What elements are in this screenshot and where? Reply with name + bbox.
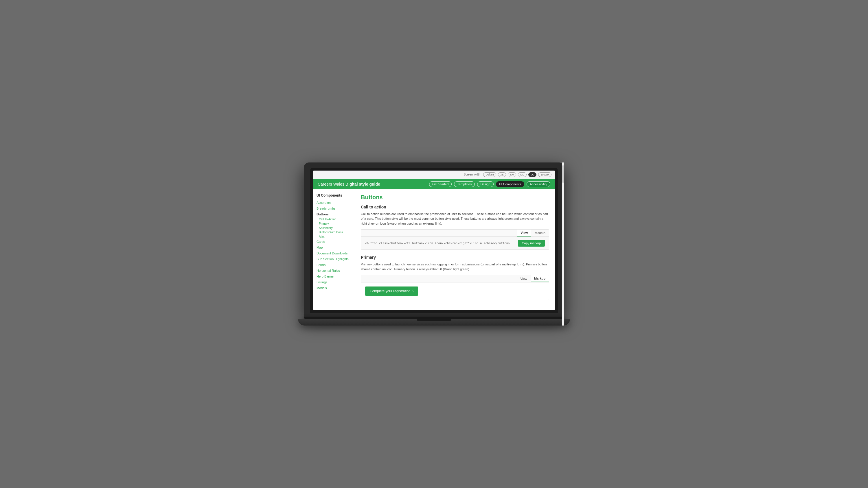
laptop-screen-frame: Screen width Default XS SM MD LG 1000px … <box>304 162 564 317</box>
sidebar-item-document-downloads[interactable]: Document Downloads <box>313 250 355 256</box>
sidebar-sub-secondary[interactable]: Secondary <box>313 226 355 230</box>
sidebar-title: UI Components <box>313 192 355 200</box>
nav-get-started[interactable]: Get Started <box>429 181 452 187</box>
content-area: UI Components Accordion Breadcrumbs Butt… <box>313 189 555 310</box>
preview-box-cta: View Markup <button class="button--cta b… <box>361 229 549 250</box>
screen-bezel: Screen width Default XS SM MD LG 1000px … <box>310 168 558 313</box>
laptop-bottom-bar <box>316 313 552 317</box>
btn-complete-registration[interactable]: Complete your registration <box>365 287 418 296</box>
sidebar-item-sub-section-highlights[interactable]: Sub Section Highlights <box>313 256 355 262</box>
size-default-button[interactable]: Default <box>483 172 496 177</box>
brand-tagline: Digital style guide <box>345 182 380 187</box>
sidebar-sub-call-to-action[interactable]: Call To Action <box>313 217 355 222</box>
brand-name: Careers Wales Digital style guide <box>318 182 380 187</box>
sidebar-sub-ajax[interactable]: Ajax <box>313 234 355 239</box>
screen: Screen width Default XS SM MD LG 1000px … <box>313 170 555 310</box>
screen-width-bar: Screen width Default XS SM MD LG 1000px <box>313 170 555 179</box>
sidebar-item-map[interactable]: Map <box>313 245 355 250</box>
preview-content-primary: Complete your registration <box>361 283 549 300</box>
size-px-display: 1000px <box>538 172 552 177</box>
tab-markup-cta[interactable]: Markup <box>531 230 549 236</box>
size-md-button[interactable]: MD <box>518 172 527 177</box>
page-title: Buttons <box>361 194 549 201</box>
preview-box-primary: View Markup Complete your registration <box>361 275 549 300</box>
sidebar-item-buttons[interactable]: Buttons <box>313 211 355 217</box>
preview-tabs-cta: View Markup <box>361 230 549 237</box>
size-lg-button[interactable]: LG <box>528 172 536 177</box>
sidebar-item-cards[interactable]: Cards <box>313 239 355 245</box>
tab-view-cta[interactable]: View <box>517 230 531 236</box>
sidebar-item-horizontal-rules[interactable]: Horizontal Rules <box>313 268 355 273</box>
laptop-hinge <box>304 317 564 319</box>
nav-design[interactable]: Design <box>477 181 493 187</box>
code-snippet-cta: <button class="button--cta button--icon … <box>365 242 510 245</box>
copy-markup-btn-cta[interactable]: Copy markup <box>518 240 545 247</box>
sidebar-item-forms[interactable]: Forms <box>313 262 355 268</box>
section-desc-cta: Call to action buttons are used to empha… <box>361 212 549 226</box>
keyboard-notch <box>416 319 452 321</box>
code-content-cta: <button class="button--cta button--icon … <box>361 237 549 250</box>
tab-markup-primary[interactable]: Markup <box>531 275 549 282</box>
sidebar-item-breadcrumbs[interactable]: Breadcrumbs <box>313 205 355 211</box>
sidebar-item-modals[interactable]: Modals <box>313 285 355 291</box>
size-xs-button[interactable]: XS <box>498 172 506 177</box>
sidebar-item-accordion[interactable]: Accordion <box>313 200 355 205</box>
section-title-cta: Call to action <box>361 205 549 209</box>
sidebar-item-hero-banner[interactable]: Hero Banner <box>313 273 355 279</box>
nav-ui-components[interactable]: UI Components <box>496 181 524 187</box>
section-title-primary: Primary <box>361 255 549 260</box>
laptop-frame: Screen width Default XS SM MD LG 1000px … <box>304 162 564 326</box>
sidebar-sub-primary[interactable]: Primary <box>313 222 355 226</box>
sidebar-item-listings[interactable]: Listings <box>313 279 355 285</box>
nav-templates[interactable]: Templates <box>454 181 475 187</box>
sidebar: UI Components Accordion Breadcrumbs Butt… <box>313 189 355 310</box>
section-desc-primary: Primary buttons used to launch new servi… <box>361 262 549 271</box>
nav-accessibility[interactable]: Accessibility <box>527 181 550 187</box>
tab-view-primary[interactable]: View <box>517 275 531 282</box>
preview-tabs-primary: View Markup <box>361 275 549 283</box>
screen-width-label: Screen width <box>464 173 480 176</box>
nav-bar: Careers Wales Digital style guide Get St… <box>313 179 555 189</box>
main-content: Buttons Call to action Call to action bu… <box>355 189 555 310</box>
sidebar-sub-buttons-with-icons[interactable]: Buttons With Icons <box>313 230 355 234</box>
size-sm-button[interactable]: SM <box>508 172 517 177</box>
brand-text: Careers Wales <box>318 182 344 187</box>
laptop-base <box>298 319 570 326</box>
